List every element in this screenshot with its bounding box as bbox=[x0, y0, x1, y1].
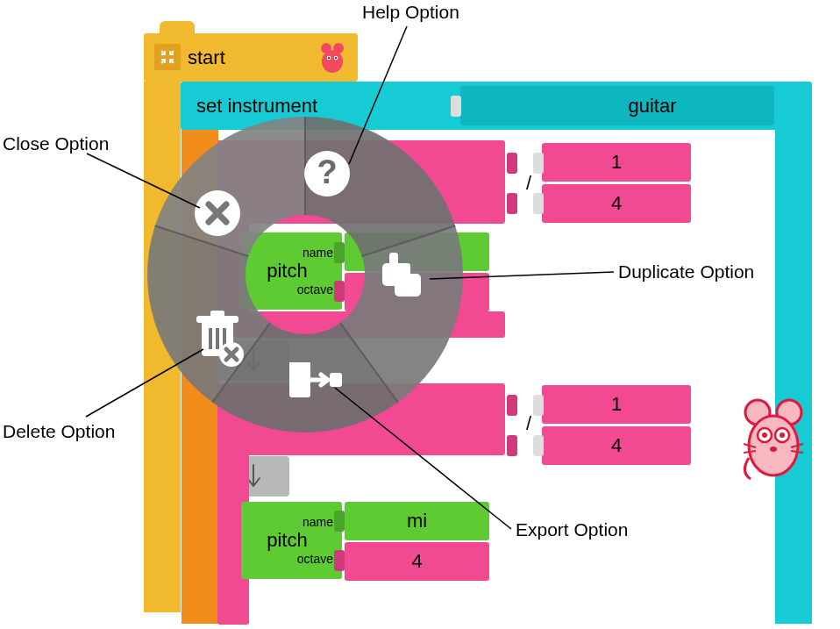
help-option[interactable]: ? bbox=[304, 151, 350, 197]
svg-point-47 bbox=[770, 447, 777, 452]
help-annotation: Help Option bbox=[362, 2, 459, 23]
svg-rect-19 bbox=[402, 263, 410, 275]
connector bbox=[507, 153, 517, 174]
svg-point-46 bbox=[779, 432, 785, 438]
fraction-2-slash: / bbox=[526, 412, 531, 435]
connector bbox=[507, 193, 517, 214]
svg-point-45 bbox=[762, 432, 767, 438]
pitch-octave-label: octave bbox=[297, 552, 333, 566]
svg-text:?: ? bbox=[317, 154, 337, 190]
svg-rect-22 bbox=[330, 373, 342, 387]
fraction-1-slash: / bbox=[526, 172, 531, 195]
svg-point-6 bbox=[335, 57, 337, 59]
svg-rect-25 bbox=[210, 311, 224, 318]
svg-point-2 bbox=[322, 50, 343, 73]
instrument-column bbox=[775, 128, 812, 624]
connector bbox=[334, 550, 345, 571]
canvas: start set instrument guitar bbox=[0, 0, 840, 629]
fraction-2-den[interactable]: 4 bbox=[542, 426, 691, 465]
connector bbox=[533, 395, 544, 416]
connector bbox=[533, 153, 544, 174]
svg-point-5 bbox=[328, 57, 330, 59]
pitch-name-label: name bbox=[303, 515, 333, 529]
pie-menu: ? bbox=[143, 112, 467, 437]
svg-point-42 bbox=[749, 416, 798, 475]
connector bbox=[334, 511, 345, 532]
start-block-label: start bbox=[188, 46, 225, 69]
pitch-label: pitch bbox=[267, 529, 307, 552]
connector bbox=[507, 395, 517, 416]
start-block-tab bbox=[160, 21, 195, 33]
export-annotation: Export Option bbox=[516, 519, 628, 540]
pitch-2-octave-slot[interactable]: 4 bbox=[345, 542, 489, 581]
collapse-icon[interactable] bbox=[154, 44, 181, 70]
connector bbox=[507, 435, 517, 456]
close-option[interactable] bbox=[195, 190, 240, 236]
connector bbox=[533, 435, 544, 456]
svg-rect-18 bbox=[389, 253, 398, 265]
fraction-1-num[interactable]: 1 bbox=[542, 143, 691, 182]
mouse-character[interactable] bbox=[738, 395, 800, 474]
svg-rect-21 bbox=[289, 362, 310, 373]
fraction-1-den[interactable]: 4 bbox=[542, 184, 691, 223]
pitch-2-name-slot[interactable]: mi bbox=[345, 502, 489, 540]
fraction-2-num[interactable]: 1 bbox=[542, 385, 691, 424]
duplicate-annotation: Duplicate Option bbox=[618, 261, 754, 282]
delete-annotation: Delete Option bbox=[3, 421, 115, 442]
close-annotation: Close Option bbox=[3, 133, 109, 154]
pitch-block-2[interactable]: name pitch octave bbox=[241, 502, 342, 579]
instrument-value: guitar bbox=[628, 95, 676, 118]
instrument-value-slot[interactable]: guitar bbox=[460, 86, 774, 125]
connector bbox=[533, 193, 544, 214]
svg-rect-17 bbox=[395, 274, 421, 297]
mouse-icon bbox=[317, 40, 347, 80]
